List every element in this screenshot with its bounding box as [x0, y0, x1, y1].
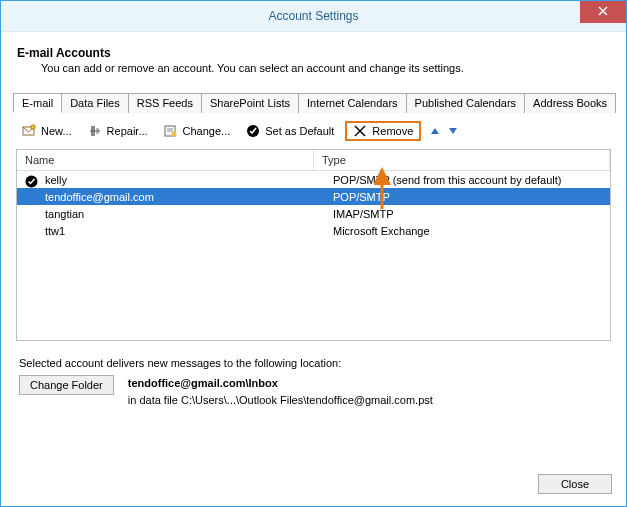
repair-button[interactable]: Repair...: [83, 121, 153, 141]
move-up-button[interactable]: [431, 128, 439, 134]
accounts-list: Name Type kellyPOP/SMTP (send from this …: [16, 149, 611, 341]
svg-point-10: [171, 132, 176, 137]
move-down-button[interactable]: [449, 128, 457, 134]
check-circle-icon: [246, 124, 260, 138]
tab-address-books[interactable]: Address Books: [524, 93, 616, 113]
bottom-bar: Close: [1, 464, 626, 506]
set-default-button[interactable]: Set as Default: [241, 121, 339, 141]
repair-label: Repair...: [107, 125, 148, 137]
tab-rss-feeds[interactable]: RSS Feeds: [128, 93, 202, 113]
header-title: E-mail Accounts: [17, 46, 614, 60]
change-icon: [164, 124, 178, 138]
account-row[interactable]: kellyPOP/SMTP (send from this account by…: [17, 171, 610, 188]
account-name: tangtian: [45, 208, 84, 220]
repair-icon: [88, 124, 102, 138]
tab-strip: E-mailData FilesRSS FeedsSharePoint List…: [13, 92, 614, 113]
account-type: Microsoft Exchange: [325, 225, 610, 237]
new-button[interactable]: New...: [17, 121, 77, 141]
account-settings-window: Account Settings E-mail Accounts You can…: [0, 0, 627, 507]
change-label: Change...: [183, 125, 231, 137]
change-button[interactable]: Change...: [159, 121, 236, 141]
close-icon: [598, 5, 608, 19]
new-icon: [22, 124, 36, 138]
remove-icon: [353, 124, 367, 138]
list-rows: kellyPOP/SMTP (send from this account by…: [17, 171, 610, 239]
account-type: POP/SMTP: [325, 191, 610, 203]
remove-button[interactable]: Remove: [345, 121, 421, 141]
remove-label: Remove: [372, 125, 413, 137]
window-close-button[interactable]: [580, 1, 626, 23]
account-name: ttw1: [45, 225, 65, 237]
account-type: POP/SMTP (send from this account by defa…: [325, 174, 610, 186]
set-default-label: Set as Default: [265, 125, 334, 137]
tab-sharepoint-lists[interactable]: SharePoint Lists: [201, 93, 299, 113]
header-description: You can add or remove an account. You ca…: [17, 62, 614, 74]
tab-published-calendars[interactable]: Published Calendars: [406, 93, 526, 113]
folder-path-main: tendoffice@gmail.com\Inbox: [128, 375, 433, 392]
account-type: IMAP/SMTP: [325, 208, 610, 220]
window-title: Account Settings: [268, 9, 358, 23]
folder-path-sub: in data file C:\Users\...\Outlook Files\…: [128, 392, 433, 409]
dialog-content: E-mail Accounts You can add or remove an…: [1, 32, 626, 464]
default-check-icon: [25, 175, 38, 188]
close-button[interactable]: Close: [538, 474, 612, 494]
svg-point-3: [31, 125, 35, 129]
new-label: New...: [41, 125, 72, 137]
footer-info: Selected account delivers new messages t…: [13, 341, 614, 409]
account-name: kelly: [45, 174, 67, 186]
tab-internet-calendars[interactable]: Internet Calendars: [298, 93, 407, 113]
delivery-info-text: Selected account delivers new messages t…: [19, 357, 608, 369]
account-row[interactable]: tangtianIMAP/SMTP: [17, 205, 610, 222]
account-row[interactable]: ttw1Microsoft Exchange: [17, 222, 610, 239]
toolbar: New... Repair... Change... Set as Defaul…: [13, 113, 614, 149]
column-name[interactable]: Name: [17, 150, 314, 170]
account-name: tendoffice@gmail.com: [45, 191, 154, 203]
folder-path-block: tendoffice@gmail.com\Inbox in data file …: [128, 375, 433, 409]
account-row[interactable]: tendoffice@gmail.comPOP/SMTP: [17, 188, 610, 205]
tab-data-files[interactable]: Data Files: [61, 93, 129, 113]
list-header: Name Type: [17, 150, 610, 171]
change-folder-button[interactable]: Change Folder: [19, 375, 114, 395]
titlebar: Account Settings: [1, 1, 626, 32]
column-type[interactable]: Type: [314, 150, 610, 170]
tab-e-mail[interactable]: E-mail: [13, 93, 62, 113]
header-block: E-mail Accounts You can add or remove an…: [13, 42, 614, 86]
